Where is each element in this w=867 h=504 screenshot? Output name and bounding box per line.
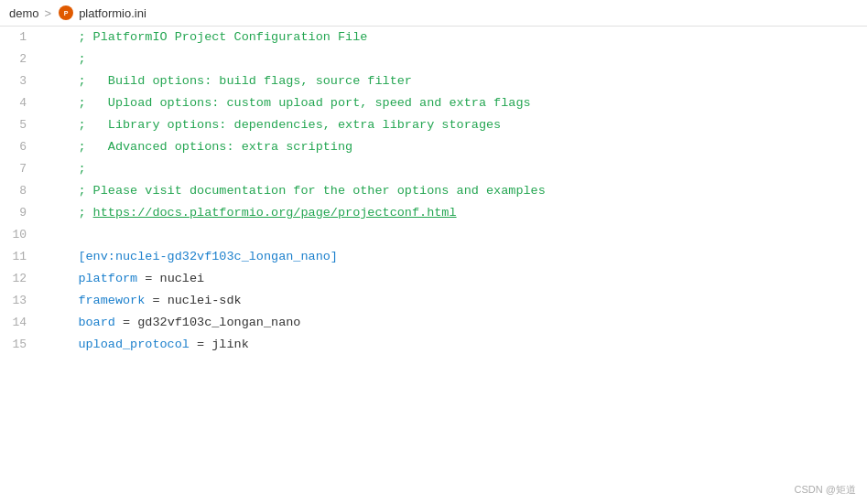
key: board	[49, 316, 115, 329]
editor-area: 123456789101112131415 ; PlatformIO Proje…	[0, 27, 867, 499]
operator: =	[190, 338, 211, 351]
line-number: 10	[0, 224, 34, 246]
code-line	[49, 224, 867, 246]
comment-prefix: ;	[49, 206, 93, 220]
breadcrumb-bar: demo > P platformio.ini	[0, 0, 867, 27]
line-number: 2	[0, 48, 34, 70]
line-number: 1	[0, 27, 34, 48]
value: jlink	[211, 338, 249, 351]
line-number: 14	[0, 312, 34, 334]
breadcrumb-filename[interactable]: platformio.ini	[79, 6, 146, 20]
code-line: [env:nuclei-gd32vf103c_longan_nano]	[49, 246, 867, 268]
code-content[interactable]: ; PlatformIO Project Configuration File …	[41, 27, 867, 499]
line-numbers: 123456789101112131415	[0, 27, 41, 499]
line-number: 12	[0, 268, 34, 290]
comment-text: ;	[49, 162, 86, 176]
operator: =	[115, 316, 137, 329]
code-line: ; Please visit documentation for the oth…	[49, 180, 867, 202]
line-number: 7	[0, 158, 34, 180]
code-line: board = gd32vf103c_longan_nano	[49, 312, 867, 334]
line-number: 6	[0, 136, 34, 158]
svg-text:P: P	[64, 10, 69, 16]
code-line: ;	[49, 158, 867, 180]
line-number: 3	[0, 70, 34, 92]
value: nuclei-sdk	[168, 294, 242, 307]
section-header: [env:nuclei-gd32vf103c_longan_nano]	[49, 250, 338, 263]
value: nuclei	[160, 272, 205, 285]
value: gd32vf103c_longan_nano	[137, 316, 300, 329]
comment-link[interactable]: https://docs.platformio.org/page/project…	[93, 206, 457, 220]
breadcrumb-separator: >	[45, 6, 52, 20]
operator: =	[145, 294, 167, 307]
key: upload_protocol	[49, 338, 190, 351]
line-number: 8	[0, 180, 34, 202]
code-line: ; Build options: build flags, source fil…	[49, 70, 867, 92]
line-number: 5	[0, 114, 34, 136]
line-number: 11	[0, 246, 34, 268]
code-line: ; Upload options: custom upload port, sp…	[49, 92, 867, 114]
line-number: 9	[0, 202, 34, 224]
line-number: 13	[0, 290, 34, 312]
key: platform	[49, 272, 137, 285]
code-line: ; PlatformIO Project Configuration File	[49, 27, 867, 48]
code-line: ; Library options: dependencies, extra l…	[49, 114, 867, 136]
code-line: framework = nuclei-sdk	[49, 290, 867, 312]
code-line: platform = nuclei	[49, 268, 867, 290]
line-number: 15	[0, 334, 34, 356]
line-number: 4	[0, 92, 34, 114]
comment-text: ; PlatformIO Project Configuration File	[49, 30, 367, 44]
comment-text: ; Please visit documentation for the oth…	[49, 184, 546, 198]
comment-text: ; Upload options: custom upload port, sp…	[49, 96, 531, 110]
code-line: ; https://docs.platformio.org/page/proje…	[49, 202, 867, 224]
comment-text: ; Library options: dependencies, extra l…	[49, 118, 501, 132]
operator: =	[137, 272, 159, 285]
code-line: ;	[49, 48, 867, 70]
platformio-icon: P	[59, 5, 73, 20]
comment-text: ; Build options: build flags, source fil…	[49, 74, 412, 88]
comment-text: ;	[49, 52, 86, 66]
watermark: CSDN @矩道	[795, 483, 856, 497]
key: framework	[49, 294, 145, 307]
code-line: ; Advanced options: extra scripting	[49, 136, 867, 158]
breadcrumb-demo[interactable]: demo	[9, 6, 39, 20]
code-line: upload_protocol = jlink	[49, 334, 867, 356]
comment-text: ; Advanced options: extra scripting	[49, 140, 352, 154]
